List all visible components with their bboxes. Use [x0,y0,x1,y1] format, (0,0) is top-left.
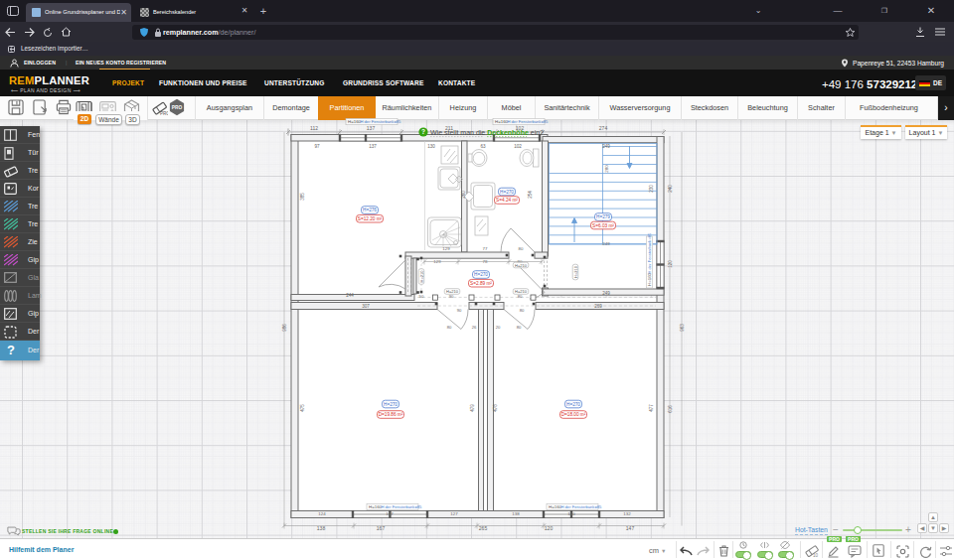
svg-text:H=210: H=210 [446,289,459,294]
svg-text:478: 478 [493,404,498,412]
svg-text:H=270: H=270 [384,402,398,407]
svg-text:112: 112 [310,125,318,131]
svg-text:102: 102 [514,144,522,149]
svg-text:S=12.20 m²: S=12.20 m² [358,216,383,221]
svg-text:137: 137 [367,125,376,131]
svg-text:D=18.00 m²: D=18.00 m² [561,412,586,417]
svg-text:244: 244 [346,293,354,298]
svg-text:H der Fensterbank=85: H der Fensterbank=85 [561,504,603,509]
svg-text:132: 132 [623,511,631,516]
svg-text:274: 274 [599,125,608,131]
svg-text:963: 963 [680,324,685,332]
svg-text:385: 385 [300,193,305,201]
svg-text:H=210: H=210 [419,270,424,283]
svg-text:Wie stellt man die Deckenhöhe: Wie stellt man die Deckenhöhe ein? [430,129,544,136]
svg-text:129: 129 [442,246,450,251]
svg-text:S=4.24 m²: S=4.24 m² [496,198,518,203]
svg-text:50: 50 [419,294,424,299]
svg-text:120: 120 [567,511,575,516]
svg-text:137: 137 [369,144,377,149]
svg-text:254: 254 [528,191,533,199]
svg-text:477: 477 [649,404,654,412]
svg-text:D=19.86 m²: D=19.86 m² [379,412,403,417]
svg-text:280: 280 [604,165,609,173]
svg-text:H=210: H=210 [515,263,528,268]
svg-text:63: 63 [480,144,486,149]
svg-text:H der Fensterbank=85: H der Fensterbank=85 [647,232,652,274]
svg-text:269: 269 [594,304,602,309]
svg-text:80: 80 [518,294,523,299]
svg-text:80: 80 [519,246,524,251]
svg-text:986: 986 [282,324,287,332]
svg-text:167: 167 [386,511,394,516]
svg-text:H=270: H=270 [500,190,514,195]
svg-text:80: 80 [520,308,525,313]
svg-text:H der Fensterbank=85: H der Fensterbank=85 [382,504,423,509]
svg-text:249: 249 [602,291,610,296]
svg-text:H=279: H=279 [596,214,610,219]
svg-text:265: 265 [479,525,488,531]
svg-text:26: 26 [472,325,477,330]
svg-text:H=210: H=210 [515,289,528,294]
svg-text:80: 80 [447,325,452,330]
svg-text:138: 138 [317,525,326,531]
svg-text:138: 138 [512,511,520,516]
svg-text:124: 124 [318,511,326,516]
svg-text:249: 249 [602,144,610,149]
svg-text:147: 147 [626,525,635,531]
svg-text:H=276: H=276 [363,208,377,212]
svg-text:77: 77 [483,246,488,251]
svg-text:129: 129 [433,259,441,264]
svg-text:240: 240 [668,185,673,193]
svg-text:78: 78 [483,259,488,264]
svg-text:10: 10 [813,553,819,558]
svg-text:H=210: H=210 [573,265,578,278]
svg-text:130: 130 [427,144,435,149]
svg-text:230: 230 [649,185,654,193]
svg-text:90: 90 [457,308,462,313]
svg-text:20: 20 [496,325,501,330]
svg-text:479: 479 [470,404,475,412]
svg-text:H=270: H=270 [474,272,488,277]
svg-text:249: 249 [602,241,610,246]
svg-text:475: 475 [300,404,305,412]
svg-text:?: ? [421,128,425,135]
svg-text:307: 307 [362,304,370,309]
svg-text:127: 127 [450,511,458,516]
svg-text:S=6.03 m²: S=6.03 m² [592,223,614,228]
svg-text:80: 80 [517,325,522,330]
svg-text:616: 616 [668,405,673,413]
svg-text:97: 97 [314,144,320,149]
svg-text:H=270: H=270 [566,402,580,407]
svg-text:90: 90 [449,294,454,299]
svg-text:167: 167 [377,525,386,531]
svg-text:120: 120 [668,260,673,268]
svg-text:S=2.89 m²: S=2.89 m² [470,281,492,286]
svg-text:260: 260 [461,191,466,199]
svg-text:120: 120 [545,525,554,531]
